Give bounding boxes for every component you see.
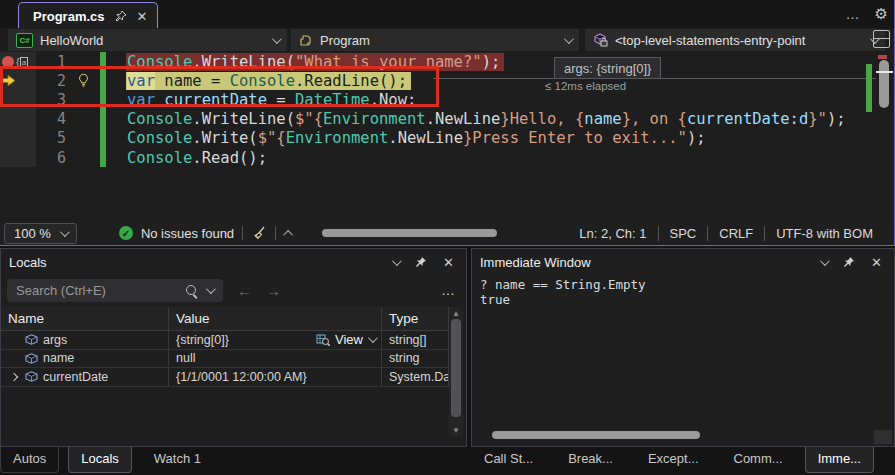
- code-line[interactable]: 5Console.Write($"{Environment.NewLine}Pr…: [0, 129, 876, 148]
- code-text[interactable]: var name = Console.ReadLine();: [126, 72, 411, 90]
- tool-tab-locals[interactable]: Locals: [68, 447, 132, 473]
- perftip[interactable]: ≤ 12ms elapsed: [545, 80, 626, 92]
- chevron-down-icon[interactable]: [368, 333, 378, 343]
- issues-status[interactable]: No issues found: [141, 226, 234, 241]
- close-icon[interactable]: ✕: [443, 256, 454, 269]
- code-text[interactable]: Console.Write($"{Environment.NewLine}Pre…: [126, 129, 710, 147]
- split-window-icon[interactable]: [873, 30, 890, 48]
- breakpoint-margin[interactable]: [0, 71, 36, 90]
- code-cleanup-broom-icon[interactable]: [251, 225, 267, 241]
- gear-icon[interactable]: ⚙: [875, 5, 888, 23]
- chevron-down-icon[interactable]: [206, 284, 216, 294]
- code-line[interactable]: {a1Console.WriteLine("What is your name?…: [0, 52, 876, 71]
- tool-tab-comm-[interactable]: Comm...: [721, 447, 796, 473]
- status-item[interactable]: SPC: [658, 226, 708, 241]
- breakpoint-margin[interactable]: [0, 129, 36, 148]
- member-dropdown[interactable]: <top-level-statements-entry-point: [585, 29, 885, 51]
- column-header[interactable]: Value: [169, 307, 382, 330]
- table-header[interactable]: NameValueType: [1, 307, 449, 331]
- name-cell[interactable]: args: [1, 331, 169, 349]
- tool-tab-break-[interactable]: Break...: [555, 447, 626, 473]
- tool-tab-autos[interactable]: Autos: [0, 447, 59, 473]
- breakpoint-margin[interactable]: [0, 90, 36, 109]
- table-row[interactable]: args{string[0]}Viewstring[]: [1, 331, 449, 350]
- more-icon[interactable]: …: [441, 282, 456, 298]
- status-item[interactable]: UTF-8 with BOM: [764, 226, 884, 241]
- editor-vertical-scrollbar[interactable]: [876, 52, 893, 221]
- immediate-header[interactable]: Immediate Window ✕: [472, 249, 894, 275]
- column-header[interactable]: Name: [1, 307, 169, 330]
- window-menu-chevron-icon[interactable]: [820, 256, 830, 266]
- line-number: 3: [36, 91, 66, 109]
- value-cell[interactable]: {string[0]}View: [169, 331, 382, 349]
- code-line[interactable]: 2var name = Console.ReadLine();: [0, 71, 876, 90]
- scroll-up-icon[interactable]: ▲: [452, 309, 460, 318]
- panel-title: Locals: [9, 255, 392, 270]
- status-item[interactable]: Ln: 2, Ch: 1: [568, 226, 657, 241]
- pin-icon[interactable]: [415, 256, 427, 268]
- project-dropdown[interactable]: C# HelloWorld: [8, 29, 287, 51]
- breakpoint-margin[interactable]: {a: [0, 52, 36, 71]
- close-icon[interactable]: ✕: [137, 10, 148, 23]
- type-cell[interactable]: System.Dat...: [382, 368, 449, 386]
- close-icon[interactable]: ✕: [871, 256, 882, 269]
- forward-arrow-icon[interactable]: →: [266, 282, 281, 299]
- expand-chevron-icon[interactable]: [10, 373, 18, 381]
- locals-vertical-scrollbar[interactable]: ▲ ▼: [449, 307, 463, 437]
- more-icon[interactable]: …: [846, 6, 861, 22]
- table-row[interactable]: namenullstring: [1, 350, 449, 369]
- code-editor[interactable]: {a1Console.WriteLine("What is your name?…: [0, 52, 876, 221]
- tool-tab-output[interactable]: Output: [883, 447, 895, 473]
- caret-status: Ln: 2, Ch: 1SPCCRLFUTF-8 with BOM: [568, 221, 884, 245]
- pin-icon[interactable]: [115, 10, 127, 22]
- visualizer-view-icon[interactable]: [316, 333, 330, 346]
- code-line[interactable]: 6Console.Read();: [0, 148, 876, 167]
- scrollbar-thumb[interactable]: [879, 60, 889, 108]
- name-cell[interactable]: name: [1, 350, 169, 368]
- breakpoint-icon[interactable]: [2, 56, 14, 68]
- tool-tab-except-[interactable]: Except...: [635, 447, 712, 473]
- breakpoint-margin[interactable]: [0, 110, 36, 129]
- panel-title: Immediate Window: [480, 255, 820, 270]
- line-number: 1: [36, 53, 66, 71]
- type-dropdown[interactable]: Program: [291, 29, 579, 51]
- value-cell[interactable]: null: [169, 350, 382, 368]
- zoom-selector[interactable]: 100 %: [4, 223, 77, 244]
- code-line[interactable]: 4Console.WriteLine($"{Environment.NewLin…: [0, 110, 876, 129]
- breakpoint-margin[interactable]: [0, 148, 36, 167]
- type-cell[interactable]: string: [382, 350, 449, 368]
- tool-tab-call-st-[interactable]: Call St...: [471, 447, 546, 473]
- scroll-down-icon[interactable]: ▼: [452, 426, 460, 435]
- search-input[interactable]: Search (Ctrl+E): [7, 279, 223, 302]
- tool-tab-imme-[interactable]: Imme...: [805, 447, 874, 473]
- column-header[interactable]: Type: [382, 307, 449, 330]
- row-expander[interactable]: [8, 374, 20, 380]
- window-menu-chevron-icon[interactable]: [392, 256, 402, 266]
- tool-tab-watch-1[interactable]: Watch 1: [141, 447, 214, 473]
- view-control[interactable]: View: [316, 332, 375, 347]
- code-line[interactable]: 3var currentDate = DateTime.Now;: [0, 90, 876, 109]
- tab-program-cs[interactable]: Program.cs ✕: [18, 2, 158, 29]
- chevron-down-icon: [272, 34, 282, 44]
- name-cell[interactable]: currentDate: [1, 368, 169, 386]
- datatip-args[interactable]: args: {string[0]}: [554, 57, 661, 79]
- editor-horizontal-scrollbar[interactable]: [322, 229, 497, 237]
- check-icon: ✓: [119, 226, 133, 240]
- status-item[interactable]: CRLF: [707, 226, 764, 241]
- table-row[interactable]: currentDate{1/1/0001 12:00:00 AM}System.…: [1, 368, 449, 387]
- back-arrow-icon[interactable]: ←: [237, 282, 252, 299]
- code-text[interactable]: Console.Read();: [126, 149, 271, 167]
- pin-icon[interactable]: [843, 256, 855, 268]
- code-text[interactable]: Console.WriteLine($"{Environment.NewLine…: [126, 110, 850, 128]
- immediate-console[interactable]: ? name == String.Emptytrue: [472, 275, 894, 309]
- type-cell[interactable]: string[]: [382, 331, 449, 349]
- code-text[interactable]: var currentDate = DateTime.Now;: [126, 91, 420, 109]
- immediate-horizontal-scrollbar[interactable]: [492, 431, 700, 439]
- collapse-icon[interactable]: [283, 229, 293, 239]
- value-cell[interactable]: {1/1/0001 12:00:00 AM}: [169, 368, 382, 386]
- code-text[interactable]: Console.WriteLine("What is your name?");: [126, 53, 504, 71]
- document-tab-bar: Program.cs ✕ … ⚙: [0, 0, 894, 28]
- locals-header[interactable]: Locals ✕: [1, 249, 466, 275]
- lightbulb-icon[interactable]: [77, 73, 90, 88]
- scrollbar-thumb[interactable]: [451, 319, 461, 417]
